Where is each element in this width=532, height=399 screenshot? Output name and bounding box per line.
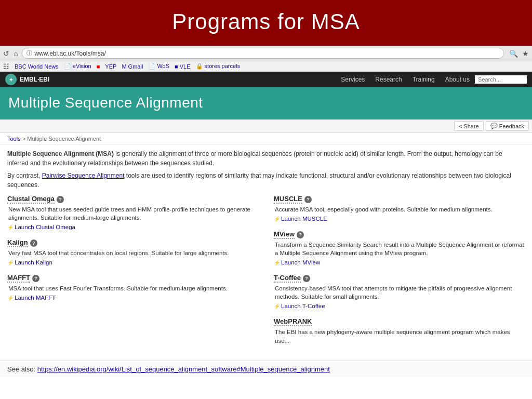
tool-mview-label: MView	[274, 230, 295, 239]
tool-kalign-desc: Very fast MSA tool that concentrates on …	[7, 249, 258, 257]
launch-mafft[interactable]: Launch MAFFT	[7, 295, 258, 301]
share-label: Share	[463, 123, 478, 129]
nav-training[interactable]: Training	[407, 74, 440, 85]
tool-kalign-label: Kalign	[7, 238, 28, 247]
tool-webprank-label: WebPRANK	[274, 317, 312, 326]
see-also-link[interactable]: https://en.wikipedia.org/wiki/List_of_se…	[37, 365, 330, 373]
tool-muscle: MUSCLE ? Accurate MSA tool, especially g…	[274, 195, 525, 222]
feedback-button[interactable]: 💬 Feedback	[486, 121, 529, 131]
ebi-logo: ✦ EMBL·EBI	[5, 74, 49, 85]
mview-help-icon[interactable]: ?	[297, 231, 304, 238]
tool-tcoffee-desc: Consistency-based MSA tool that attempts…	[274, 284, 525, 301]
clustal-help-icon[interactable]: ?	[57, 196, 64, 203]
tools-left-col: Clustal Omega ? New MSA tool that uses s…	[7, 195, 258, 353]
share-button[interactable]: < Share	[454, 121, 484, 131]
nav-about[interactable]: About us	[440, 74, 475, 85]
lock-icon: ⓘ	[26, 49, 32, 57]
intro2-paragraph: By contrast, Pairwise Sequence Alignment…	[7, 171, 525, 190]
tool-kalign-name: Kalign ?	[7, 238, 258, 247]
intro-paragraph: Multiple Sequence Alignment (MSA) is gen…	[7, 149, 525, 168]
home-icon[interactable]: ⌂	[14, 49, 18, 58]
tool-clustal: Clustal Omega ? New MSA tool that uses s…	[7, 195, 258, 230]
browser-icons: 🔍 ★	[509, 49, 529, 58]
bookmark-yep-text[interactable]: YEP	[105, 63, 116, 70]
tool-mafft-label: MAFFT	[7, 274, 30, 283]
page-header: Multiple Sequence Alignment	[0, 87, 532, 119]
breadcrumb-tools[interactable]: Tools	[7, 136, 21, 142]
star-icon[interactable]: ★	[522, 49, 529, 58]
tool-webprank: WebPRANK The EBI has a new phylogeny-awa…	[274, 317, 525, 344]
tool-mafft-desc: MSA tool that uses Fast Fourier Transfor…	[7, 284, 258, 292]
tools-grid: Clustal Omega ? New MSA tool that uses s…	[7, 195, 525, 353]
breadcrumb-current: Multiple Sequence Alignment	[27, 136, 101, 142]
tool-webprank-name: WebPRANK	[274, 317, 525, 326]
breadcrumb: Tools > Multiple Sequence Alignment	[0, 133, 532, 145]
tcoffee-help-icon[interactable]: ?	[303, 275, 310, 282]
tool-tcoffee-name: T-Coffee ?	[274, 274, 525, 283]
bookmark-bbc[interactable]: BBC World News	[15, 63, 59, 70]
tool-muscle-label: MUSCLE	[274, 195, 302, 204]
tool-kalign: Kalign ? Very fast MSA tool that concent…	[7, 238, 258, 265]
feedback-label: Feedback	[499, 123, 524, 129]
main-content: Multiple Sequence Alignment (MSA) is gen…	[0, 145, 532, 358]
intro-bold: Multiple Sequence Alignment (MSA)	[7, 150, 114, 157]
see-also-label: See also:	[7, 365, 35, 373]
browser-chrome: ↺ ⌂ ⓘ www.ebi.ac.uk/Tools/msa/ 🔍 ★	[0, 46, 532, 61]
ebi-logo-circle: ✦	[5, 74, 17, 85]
tool-clustal-desc: New MSA tool that uses seeded guide tree…	[7, 205, 258, 222]
back-icon[interactable]: ↺	[3, 49, 9, 58]
tool-webprank-desc: The EBI has a new phylogeny-aware multip…	[274, 328, 525, 344]
ebi-logo-text: EMBL·EBI	[20, 76, 49, 83]
nav-research[interactable]: Research	[370, 74, 407, 85]
action-bar: < Share 💬 Feedback	[0, 119, 532, 133]
tool-mview-desc: Transform a Sequence Similarity Search r…	[274, 241, 525, 257]
tool-mview-name: MView ?	[274, 230, 525, 239]
slide-title: Programs for MSA	[0, 0, 532, 46]
launch-clustal[interactable]: Launch Clustal Omega	[7, 224, 258, 230]
ebi-nav: ✦ EMBL·EBI Services Research Training Ab…	[0, 72, 532, 87]
tool-mafft-name: MAFFT ?	[7, 274, 258, 283]
tool-muscle-name: MUSCLE ?	[274, 195, 525, 204]
bookmark-gmail[interactable]: M Gmail	[122, 63, 143, 70]
tool-clustal-label: Clustal Omega	[7, 195, 55, 204]
tool-muscle-desc: Accurate MSA tool, especially good with …	[274, 205, 525, 214]
intro2-pre: By contrast,	[7, 172, 42, 179]
bookmark-stores[interactable]: 🔒 stores parcels	[196, 63, 241, 70]
tool-mafft: MAFFT ? MSA tool that uses Fast Fourier …	[7, 274, 258, 301]
apps-icon: ☷	[3, 62, 9, 70]
bookmark-evision[interactable]: 📄 eVision	[64, 63, 91, 70]
muscle-help-icon[interactable]: ?	[304, 196, 312, 203]
share-icon: <	[459, 123, 462, 129]
ebi-search-input[interactable]	[475, 75, 527, 84]
mafft-help-icon[interactable]: ?	[32, 275, 39, 282]
bookmarks-bar: ☷ BBC World News 📄 eVision ■ YEP M Gmail…	[0, 61, 532, 72]
search-icon[interactable]: 🔍	[509, 49, 518, 58]
launch-mview[interactable]: Launch MView	[274, 259, 525, 265]
ebi-nav-links: Services Research Training About us	[336, 74, 527, 85]
nav-services[interactable]: Services	[336, 74, 370, 85]
tools-right-col: MUSCLE ? Accurate MSA tool, especially g…	[274, 195, 525, 353]
launch-muscle[interactable]: Launch MUSCLE	[274, 216, 525, 222]
bookmark-vle[interactable]: ■ VLE	[175, 63, 191, 70]
feedback-icon: 💬	[490, 123, 498, 129]
tool-mview: MView ? Transform a Sequence Similarity …	[274, 230, 525, 265]
address-text: www.ebi.ac.uk/Tools/msa/	[34, 50, 105, 57]
tool-tcoffee: T-Coffee ? Consistency-based MSA tool th…	[274, 274, 525, 309]
see-also-bar: See also: https://en.wikipedia.org/wiki/…	[0, 361, 532, 377]
kalign-help-icon[interactable]: ?	[30, 240, 37, 247]
launch-kalign[interactable]: Launch Kalign	[7, 259, 258, 265]
tool-tcoffee-label: T-Coffee	[274, 274, 301, 283]
bookmark-yep[interactable]: ■	[97, 63, 100, 70]
address-bar[interactable]: ⓘ www.ebi.ac.uk/Tools/msa/	[22, 48, 504, 59]
page-header-title: Multiple Sequence Alignment	[8, 95, 524, 111]
tool-clustal-name: Clustal Omega ?	[7, 195, 258, 204]
launch-tcoffee[interactable]: Launch T-Coffee	[274, 303, 525, 309]
bookmark-wos[interactable]: 📄 WoS	[148, 63, 169, 70]
pairwise-link[interactable]: Pairwise Sequence Alignment	[42, 172, 125, 179]
